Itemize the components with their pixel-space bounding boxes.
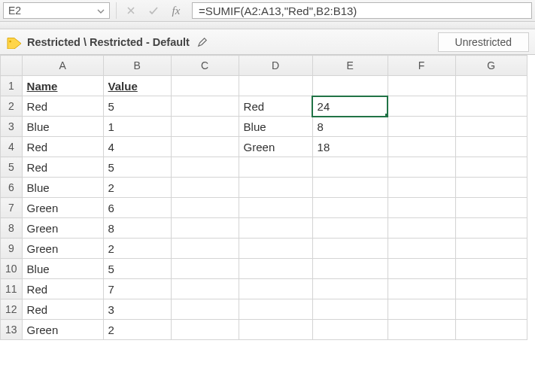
- cell-G12[interactable]: [455, 299, 527, 320]
- cell-A6[interactable]: Blue: [22, 178, 103, 198]
- cell-C8[interactable]: [171, 218, 239, 239]
- cell-C3[interactable]: [171, 117, 239, 137]
- cell-G3[interactable]: [455, 117, 527, 137]
- cell-G8[interactable]: [455, 218, 527, 239]
- cell-C12[interactable]: [171, 299, 239, 320]
- cell-D2[interactable]: Red: [239, 96, 312, 117]
- cell-B2[interactable]: 5: [103, 96, 171, 117]
- cancel-icon[interactable]: [120, 2, 142, 19]
- cell-G7[interactable]: [455, 198, 527, 218]
- select-all-corner[interactable]: [1, 56, 23, 76]
- cell-D5[interactable]: [239, 157, 312, 178]
- cell-D9[interactable]: [239, 239, 312, 259]
- cell-B1[interactable]: Value: [103, 76, 171, 96]
- cell-A3[interactable]: Blue: [22, 117, 103, 137]
- cell-F8[interactable]: [388, 218, 455, 239]
- cell-A10[interactable]: Blue: [22, 259, 103, 279]
- cell-A12[interactable]: Red: [22, 299, 103, 320]
- cell-B9[interactable]: 2: [103, 239, 171, 259]
- cell-C4[interactable]: [171, 137, 239, 157]
- cell-G4[interactable]: [455, 137, 527, 157]
- row-header-3[interactable]: 3: [1, 117, 23, 137]
- cell-G9[interactable]: [455, 239, 527, 259]
- cell-F12[interactable]: [388, 299, 455, 320]
- cell-B11[interactable]: 7: [103, 279, 171, 299]
- cell-D13[interactable]: [239, 320, 312, 340]
- cell-E12[interactable]: [312, 299, 388, 320]
- row-header-6[interactable]: 6: [1, 178, 23, 198]
- cell-C13[interactable]: [171, 320, 239, 340]
- cell-C10[interactable]: [171, 259, 239, 279]
- cell-B12[interactable]: 3: [103, 299, 171, 320]
- cell-E10[interactable]: [312, 259, 388, 279]
- cell-B8[interactable]: 8: [103, 218, 171, 239]
- col-header-A[interactable]: A: [22, 56, 103, 76]
- formula-input[interactable]: =SUMIF(A2:A13,"Red",B2:B13): [192, 2, 532, 19]
- row-header-8[interactable]: 8: [1, 218, 23, 239]
- cell-A2[interactable]: Red: [22, 96, 103, 117]
- row-header-13[interactable]: 13: [1, 320, 23, 340]
- cell-G5[interactable]: [455, 157, 527, 178]
- unrestricted-button[interactable]: Unrestricted: [438, 32, 529, 52]
- cell-B4[interactable]: 4: [103, 137, 171, 157]
- cell-A9[interactable]: Green: [22, 239, 103, 259]
- cell-D3[interactable]: Blue: [239, 117, 312, 137]
- enter-icon[interactable]: [142, 2, 165, 19]
- cell-G10[interactable]: [455, 259, 527, 279]
- row-header-12[interactable]: 12: [1, 299, 23, 320]
- cell-E4[interactable]: 18: [312, 137, 388, 157]
- row-header-11[interactable]: 11: [1, 279, 23, 299]
- cell-C7[interactable]: [171, 198, 239, 218]
- cell-G1[interactable]: [455, 76, 527, 96]
- cell-D11[interactable]: [239, 279, 312, 299]
- col-header-C[interactable]: C: [171, 56, 239, 76]
- cell-F9[interactable]: [388, 239, 455, 259]
- cell-D8[interactable]: [239, 218, 312, 239]
- cell-F7[interactable]: [388, 198, 455, 218]
- cell-E5[interactable]: [312, 157, 388, 178]
- cell-F13[interactable]: [388, 320, 455, 340]
- cell-A7[interactable]: Green: [22, 198, 103, 218]
- cell-E13[interactable]: [312, 320, 388, 340]
- cell-E3[interactable]: 8: [312, 117, 388, 137]
- cell-C2[interactable]: [171, 96, 239, 117]
- cell-G11[interactable]: [455, 279, 527, 299]
- cell-A5[interactable]: Red: [22, 157, 103, 178]
- cell-G2[interactable]: [455, 96, 527, 117]
- cell-E8[interactable]: [312, 218, 388, 239]
- cell-C1[interactable]: [171, 76, 239, 96]
- dropdown-icon[interactable]: [97, 5, 108, 16]
- row-header-4[interactable]: 4: [1, 137, 23, 157]
- cell-E11[interactable]: [312, 279, 388, 299]
- col-header-G[interactable]: G: [455, 56, 527, 76]
- cell-E6[interactable]: [312, 178, 388, 198]
- cell-G6[interactable]: [455, 178, 527, 198]
- cell-B7[interactable]: 6: [103, 198, 171, 218]
- cell-D4[interactable]: Green: [239, 137, 312, 157]
- col-header-B[interactable]: B: [103, 56, 171, 76]
- col-header-F[interactable]: F: [388, 56, 455, 76]
- name-box[interactable]: E2: [3, 2, 110, 19]
- row-header-2[interactable]: 2: [1, 96, 23, 117]
- cell-E7[interactable]: [312, 198, 388, 218]
- cell-D10[interactable]: [239, 259, 312, 279]
- cell-E2[interactable]: 24: [312, 96, 388, 117]
- cell-C5[interactable]: [171, 157, 239, 178]
- cell-B10[interactable]: 5: [103, 259, 171, 279]
- col-header-E[interactable]: E: [312, 56, 388, 76]
- cell-C9[interactable]: [171, 239, 239, 259]
- cell-A4[interactable]: Red: [22, 137, 103, 157]
- cell-D6[interactable]: [239, 178, 312, 198]
- cell-B13[interactable]: 2: [103, 320, 171, 340]
- cell-F1[interactable]: [388, 76, 455, 96]
- fx-icon[interactable]: fx: [165, 2, 187, 19]
- cell-A1[interactable]: Name: [22, 76, 103, 96]
- cell-A8[interactable]: Green: [22, 218, 103, 239]
- row-header-5[interactable]: 5: [1, 157, 23, 178]
- spreadsheet-grid[interactable]: ABCDEFG1NameValue2Red5Red243Blue1Blue84R…: [0, 55, 535, 340]
- cell-F6[interactable]: [388, 178, 455, 198]
- cell-F5[interactable]: [388, 157, 455, 178]
- row-header-10[interactable]: 10: [1, 259, 23, 279]
- cell-F2[interactable]: [388, 96, 455, 117]
- row-header-7[interactable]: 7: [1, 198, 23, 218]
